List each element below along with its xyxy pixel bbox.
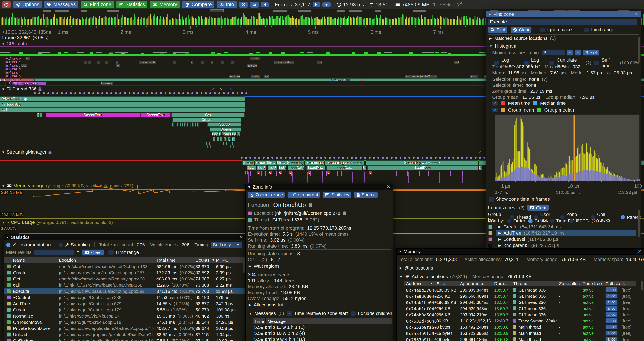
- sort-by-order[interactable]: Order: [507, 218, 525, 224]
- sample-dot[interactable]: [102, 92, 103, 95]
- table-row[interactable]: AddTreejni/../jni/src/guif/Control.cpp:6…: [4, 300, 245, 307]
- tools-button[interactable]: [239, 2, 248, 8]
- sample-dot[interactable]: [218, 92, 220, 95]
- sample-dot[interactable]: [430, 157, 432, 159]
- zone-name[interactable]: PrivateTouchMove: [13, 326, 50, 331]
- sample-dot[interactable]: [333, 157, 335, 159]
- message-tick[interactable]: [462, 172, 463, 183]
- sample-dot[interactable]: [346, 157, 348, 159]
- zone-free[interactable]: active: [583, 325, 594, 330]
- alloc-button[interactable]: alloc: [606, 306, 618, 311]
- table-row[interactable]: 0x7553b9fa9016 bytes153,722,396ns13:50.8…: [404, 330, 641, 336]
- matched-locations-toggle[interactable]: ▶Matched source locations(1): [489, 36, 556, 41]
- sample-dot[interactable]: [351, 157, 353, 159]
- checkbox-box[interactable]: [488, 197, 494, 202]
- column-header[interactable]: Size: [436, 281, 445, 286]
- message-tick[interactable]: [440, 172, 440, 183]
- sample-dot[interactable]: [214, 92, 216, 95]
- sort-by-mtpc[interactable]: MTPC: [569, 218, 589, 224]
- sample-dot[interactable]: [246, 92, 248, 95]
- sort-by-count[interactable]: Count: [528, 218, 547, 224]
- micro-zone[interactable]: [174, 122, 176, 127]
- sample-dot[interactable]: [182, 92, 184, 95]
- checkbox-box[interactable]: ✓: [492, 108, 498, 113]
- zone-name[interactable]: Normalize: [13, 313, 33, 318]
- clear-found-button[interactable]: Clear: [527, 204, 549, 211]
- sample-dot[interactable]: [285, 157, 286, 159]
- sample-dot[interactable]: [382, 157, 384, 159]
- table-row[interactable]: Executejni/../jni/src/claw/base/LuaScrip…: [4, 288, 245, 294]
- micro-zone[interactable]: [184, 122, 185, 127]
- sample-dot[interactable]: [404, 157, 406, 159]
- micro-zone[interactable]: [174, 122, 174, 127]
- sample-dot[interactable]: [329, 157, 331, 159]
- sample-dot[interactable]: [169, 92, 171, 95]
- sample-dot[interactable]: [320, 157, 322, 159]
- sample-dot[interactable]: [200, 92, 202, 95]
- alloc-button[interactable]: alloc: [606, 337, 618, 341]
- zone-name[interactable]: call: [13, 282, 20, 288]
- sample-dot[interactable]: [413, 157, 415, 159]
- error-zone[interactable]: C: [268, 171, 272, 175]
- reset-button[interactable]: Reset: [583, 50, 600, 56]
- message-tick[interactable]: [250, 171, 251, 176]
- sample-dot[interactable]: [400, 157, 402, 159]
- self-time-checkbox[interactable]: Self time: [594, 57, 617, 69]
- zone-free[interactable]: active: [583, 288, 594, 293]
- sample-dot[interactable]: [378, 157, 379, 159]
- sample-dot[interactable]: [223, 92, 225, 95]
- column-header[interactable]: Dura...: [494, 281, 508, 286]
- checkbox-box[interactable]: [584, 27, 589, 33]
- checkbox-box[interactable]: ✓: [286, 311, 292, 316]
- sample-dot[interactable]: [115, 92, 117, 95]
- scrollbar-thumb[interactable]: [243, 258, 245, 273]
- increment-button[interactable]: +: [575, 50, 581, 56]
- column-header[interactable]: Name: [13, 258, 25, 263]
- message-tick[interactable]: [265, 171, 266, 176]
- zone-free[interactable]: active: [583, 318, 594, 323]
- message-tick[interactable]: [352, 172, 353, 183]
- message-tick[interactable]: [450, 171, 451, 176]
- found-zone-row[interactable]: ▶AddTree(18,542) 227.19 ms: [488, 230, 564, 236]
- sample-dot[interactable]: [106, 92, 108, 95]
- sample-dot[interactable]: [88, 92, 90, 95]
- sample-dot[interactable]: [124, 92, 126, 95]
- table-row[interactable]: 0x74a9d37040186.35 KB295,999,844ns13:50.…: [404, 287, 641, 293]
- message-tick[interactable]: [307, 172, 308, 183]
- memory-button[interactable]: Memory: [150, 1, 180, 9]
- found-zone-row[interactable]: ▶Create(54,131) 643.34 ms: [488, 224, 561, 230]
- message-tick[interactable]: [306, 171, 306, 176]
- find-zone-button[interactable]: Find zone: [80, 1, 114, 9]
- message-tick[interactable]: [474, 171, 474, 176]
- time-relative-checkbox[interactable]: ✓Time relative to zone start: [286, 311, 348, 316]
- error-zone[interactable]: C: [369, 171, 372, 175]
- sample-dot[interactable]: [360, 157, 362, 159]
- pause-button[interactable]: [322, 2, 331, 7]
- close-icon[interactable]: ✕: [386, 184, 390, 190]
- message-tick[interactable]: [386, 172, 386, 183]
- alloc-button[interactable]: alloc: [606, 324, 618, 329]
- thread-header[interactable]: ▼StreamingManager: [2, 149, 52, 155]
- sample-dot[interactable]: [142, 92, 144, 95]
- sample-dot[interactable]: [92, 92, 94, 95]
- column-header[interactable]: Time: [254, 319, 264, 324]
- column-header[interactable]: Total time: [156, 258, 176, 263]
- column-header[interactable]: Call stack: [606, 281, 625, 286]
- radio-dot[interactable]: [507, 219, 512, 223]
- sample-dot[interactable]: [249, 157, 251, 159]
- window-titlebar[interactable]: ▼Zone info✕: [246, 184, 393, 190]
- group-mean-median-checkbox[interactable]: ✓: [492, 108, 498, 113]
- close-icon[interactable]: ✕: [239, 234, 243, 240]
- window-titlebar[interactable]: ▼Statistics✕: [4, 234, 246, 240]
- sample-dot[interactable]: [276, 157, 278, 159]
- sample-dot[interactable]: [38, 92, 40, 95]
- message-tick[interactable]: [419, 171, 420, 176]
- sort-by-time[interactable]: Time: [550, 218, 566, 224]
- message-tick[interactable]: [276, 172, 277, 183]
- sample-dot[interactable]: [386, 157, 388, 159]
- zone-group-name[interactable]: AddTree: [504, 230, 522, 236]
- sample-dot[interactable]: [205, 92, 207, 95]
- source-button[interactable]: Source: [354, 192, 378, 198]
- sample-dot[interactable]: [439, 157, 441, 159]
- message-tick[interactable]: [248, 172, 249, 183]
